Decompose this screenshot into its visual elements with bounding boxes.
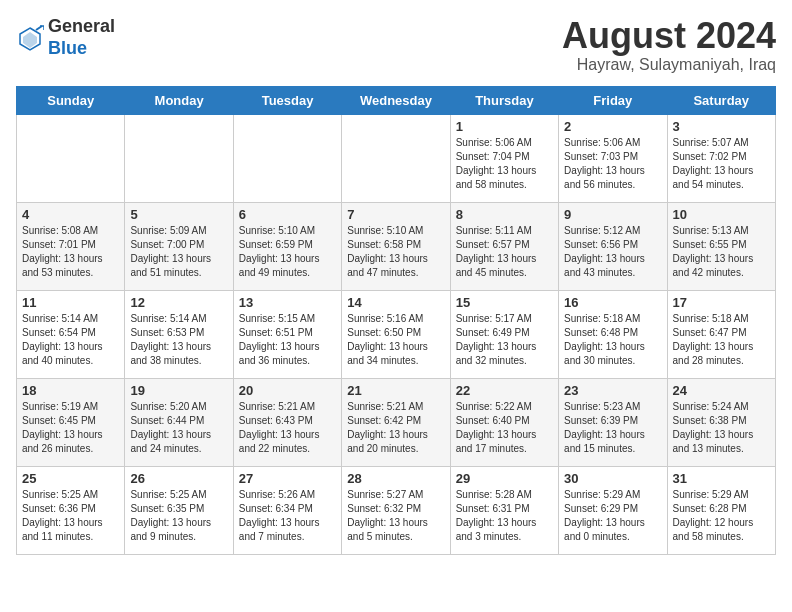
day-info: Sunrise: 5:16 AM Sunset: 6:50 PM Dayligh… [347, 312, 444, 368]
day-number: 12 [130, 295, 227, 310]
day-info: Sunrise: 5:08 AM Sunset: 7:01 PM Dayligh… [22, 224, 119, 280]
calendar-week-row: 4Sunrise: 5:08 AM Sunset: 7:01 PM Daylig… [17, 202, 776, 290]
calendar-cell: 8Sunrise: 5:11 AM Sunset: 6:57 PM Daylig… [450, 202, 558, 290]
calendar-cell: 27Sunrise: 5:26 AM Sunset: 6:34 PM Dayli… [233, 466, 341, 554]
day-info: Sunrise: 5:14 AM Sunset: 6:54 PM Dayligh… [22, 312, 119, 368]
day-number: 9 [564, 207, 661, 222]
day-number: 29 [456, 471, 553, 486]
day-info: Sunrise: 5:29 AM Sunset: 6:29 PM Dayligh… [564, 488, 661, 544]
calendar-cell: 6Sunrise: 5:10 AM Sunset: 6:59 PM Daylig… [233, 202, 341, 290]
day-info: Sunrise: 5:14 AM Sunset: 6:53 PM Dayligh… [130, 312, 227, 368]
day-info: Sunrise: 5:25 AM Sunset: 6:35 PM Dayligh… [130, 488, 227, 544]
day-info: Sunrise: 5:19 AM Sunset: 6:45 PM Dayligh… [22, 400, 119, 456]
calendar-cell: 13Sunrise: 5:15 AM Sunset: 6:51 PM Dayli… [233, 290, 341, 378]
day-info: Sunrise: 5:18 AM Sunset: 6:48 PM Dayligh… [564, 312, 661, 368]
day-info: Sunrise: 5:07 AM Sunset: 7:02 PM Dayligh… [673, 136, 770, 192]
day-number: 25 [22, 471, 119, 486]
day-number: 18 [22, 383, 119, 398]
day-number: 31 [673, 471, 770, 486]
weekday-header: Friday [559, 86, 667, 114]
calendar-subtitle: Hayraw, Sulaymaniyah, Iraq [562, 56, 776, 74]
calendar-cell: 26Sunrise: 5:25 AM Sunset: 6:35 PM Dayli… [125, 466, 233, 554]
day-info: Sunrise: 5:12 AM Sunset: 6:56 PM Dayligh… [564, 224, 661, 280]
calendar-cell: 12Sunrise: 5:14 AM Sunset: 6:53 PM Dayli… [125, 290, 233, 378]
svg-marker-2 [23, 32, 37, 48]
day-info: Sunrise: 5:20 AM Sunset: 6:44 PM Dayligh… [130, 400, 227, 456]
calendar-cell: 2Sunrise: 5:06 AM Sunset: 7:03 PM Daylig… [559, 114, 667, 202]
calendar-cell: 7Sunrise: 5:10 AM Sunset: 6:58 PM Daylig… [342, 202, 450, 290]
logo-line2: Blue [48, 38, 115, 60]
day-number: 3 [673, 119, 770, 134]
day-number: 24 [673, 383, 770, 398]
day-info: Sunrise: 5:21 AM Sunset: 6:43 PM Dayligh… [239, 400, 336, 456]
weekday-header: Saturday [667, 86, 775, 114]
day-info: Sunrise: 5:10 AM Sunset: 6:58 PM Dayligh… [347, 224, 444, 280]
calendar-cell [125, 114, 233, 202]
day-info: Sunrise: 5:11 AM Sunset: 6:57 PM Dayligh… [456, 224, 553, 280]
calendar-cell: 29Sunrise: 5:28 AM Sunset: 6:31 PM Dayli… [450, 466, 558, 554]
logo-icon [16, 24, 44, 52]
calendar-cell: 11Sunrise: 5:14 AM Sunset: 6:54 PM Dayli… [17, 290, 125, 378]
logo: General Blue [16, 16, 115, 59]
day-number: 8 [456, 207, 553, 222]
calendar-cell: 23Sunrise: 5:23 AM Sunset: 6:39 PM Dayli… [559, 378, 667, 466]
day-info: Sunrise: 5:17 AM Sunset: 6:49 PM Dayligh… [456, 312, 553, 368]
weekday-header: Sunday [17, 86, 125, 114]
calendar-cell: 30Sunrise: 5:29 AM Sunset: 6:29 PM Dayli… [559, 466, 667, 554]
calendar-cell: 20Sunrise: 5:21 AM Sunset: 6:43 PM Dayli… [233, 378, 341, 466]
calendar-cell: 3Sunrise: 5:07 AM Sunset: 7:02 PM Daylig… [667, 114, 775, 202]
weekday-header: Wednesday [342, 86, 450, 114]
day-number: 5 [130, 207, 227, 222]
weekday-header: Thursday [450, 86, 558, 114]
day-number: 16 [564, 295, 661, 310]
day-number: 22 [456, 383, 553, 398]
day-info: Sunrise: 5:13 AM Sunset: 6:55 PM Dayligh… [673, 224, 770, 280]
logo-line1: General [48, 16, 115, 38]
day-number: 2 [564, 119, 661, 134]
day-info: Sunrise: 5:06 AM Sunset: 7:03 PM Dayligh… [564, 136, 661, 192]
calendar-week-row: 25Sunrise: 5:25 AM Sunset: 6:36 PM Dayli… [17, 466, 776, 554]
day-number: 23 [564, 383, 661, 398]
weekday-header: Tuesday [233, 86, 341, 114]
weekday-header-row: SundayMondayTuesdayWednesdayThursdayFrid… [17, 86, 776, 114]
calendar-cell: 4Sunrise: 5:08 AM Sunset: 7:01 PM Daylig… [17, 202, 125, 290]
day-number: 10 [673, 207, 770, 222]
calendar-cell [342, 114, 450, 202]
day-info: Sunrise: 5:28 AM Sunset: 6:31 PM Dayligh… [456, 488, 553, 544]
calendar-cell: 17Sunrise: 5:18 AM Sunset: 6:47 PM Dayli… [667, 290, 775, 378]
day-number: 11 [22, 295, 119, 310]
day-info: Sunrise: 5:10 AM Sunset: 6:59 PM Dayligh… [239, 224, 336, 280]
calendar-cell: 15Sunrise: 5:17 AM Sunset: 6:49 PM Dayli… [450, 290, 558, 378]
calendar-cell: 24Sunrise: 5:24 AM Sunset: 6:38 PM Dayli… [667, 378, 775, 466]
day-info: Sunrise: 5:09 AM Sunset: 7:00 PM Dayligh… [130, 224, 227, 280]
page-header: General Blue August 2024 Hayraw, Sulayma… [16, 16, 776, 74]
day-info: Sunrise: 5:23 AM Sunset: 6:39 PM Dayligh… [564, 400, 661, 456]
calendar-cell: 9Sunrise: 5:12 AM Sunset: 6:56 PM Daylig… [559, 202, 667, 290]
day-number: 13 [239, 295, 336, 310]
day-number: 1 [456, 119, 553, 134]
calendar-week-row: 11Sunrise: 5:14 AM Sunset: 6:54 PM Dayli… [17, 290, 776, 378]
day-number: 20 [239, 383, 336, 398]
day-info: Sunrise: 5:22 AM Sunset: 6:40 PM Dayligh… [456, 400, 553, 456]
day-info: Sunrise: 5:18 AM Sunset: 6:47 PM Dayligh… [673, 312, 770, 368]
day-info: Sunrise: 5:21 AM Sunset: 6:42 PM Dayligh… [347, 400, 444, 456]
calendar-cell [233, 114, 341, 202]
calendar-cell: 22Sunrise: 5:22 AM Sunset: 6:40 PM Dayli… [450, 378, 558, 466]
day-number: 19 [130, 383, 227, 398]
calendar-week-row: 18Sunrise: 5:19 AM Sunset: 6:45 PM Dayli… [17, 378, 776, 466]
day-number: 27 [239, 471, 336, 486]
day-info: Sunrise: 5:29 AM Sunset: 6:28 PM Dayligh… [673, 488, 770, 544]
day-number: 30 [564, 471, 661, 486]
day-number: 28 [347, 471, 444, 486]
day-info: Sunrise: 5:15 AM Sunset: 6:51 PM Dayligh… [239, 312, 336, 368]
calendar-cell: 28Sunrise: 5:27 AM Sunset: 6:32 PM Dayli… [342, 466, 450, 554]
calendar-week-row: 1Sunrise: 5:06 AM Sunset: 7:04 PM Daylig… [17, 114, 776, 202]
calendar-cell: 31Sunrise: 5:29 AM Sunset: 6:28 PM Dayli… [667, 466, 775, 554]
calendar-cell: 21Sunrise: 5:21 AM Sunset: 6:42 PM Dayli… [342, 378, 450, 466]
day-number: 4 [22, 207, 119, 222]
day-number: 21 [347, 383, 444, 398]
day-number: 7 [347, 207, 444, 222]
calendar-cell [17, 114, 125, 202]
weekday-header: Monday [125, 86, 233, 114]
calendar-cell: 18Sunrise: 5:19 AM Sunset: 6:45 PM Dayli… [17, 378, 125, 466]
